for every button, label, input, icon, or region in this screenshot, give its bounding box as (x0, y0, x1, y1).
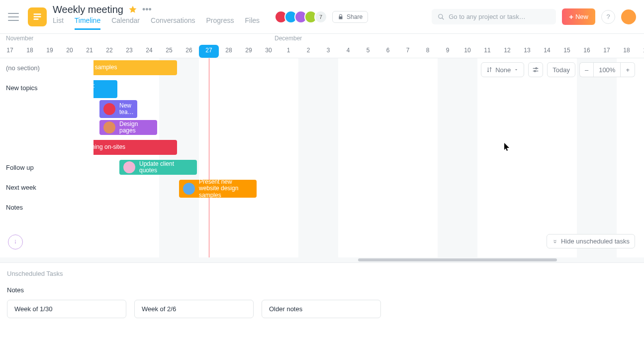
share-button[interactable]: Share (332, 11, 368, 23)
note-card[interactable]: Week of 2/6 (134, 300, 254, 318)
tab-timeline[interactable]: Timeline (75, 16, 100, 30)
notes-section-title: Notes (7, 286, 637, 294)
section-label[interactable]: Follow up (0, 158, 93, 178)
date-cell[interactable]: 22 (99, 45, 119, 58)
sort-button[interactable]: None (481, 62, 524, 77)
assignee-avatar (103, 121, 115, 133)
date-cell[interactable]: 5 (358, 45, 378, 58)
date-cell[interactable]: 10 (458, 45, 477, 58)
zoom-in-button[interactable]: + (621, 62, 635, 77)
date-cell[interactable]: 23 (119, 45, 139, 58)
date-cell[interactable]: 25 (159, 45, 179, 58)
share-label: Share (347, 13, 363, 20)
help-button[interactable]: ? (601, 10, 615, 24)
task-bar[interactable]: Update client quotes (119, 160, 197, 175)
tab-conversations[interactable]: Conversations (151, 16, 195, 30)
scroll-thumb[interactable] (358, 258, 557, 261)
date-cell[interactable]: 14 (537, 45, 557, 58)
settings-button[interactable] (528, 62, 543, 77)
sort-icon (486, 67, 492, 73)
zoom-level[interactable]: 100% (593, 62, 621, 77)
note-card[interactable]: Week of 1/30 (7, 300, 126, 318)
date-cell[interactable]: 18 (617, 45, 637, 58)
list-icon (32, 12, 42, 22)
tab-progress[interactable]: Progress (206, 16, 234, 30)
svg-point-7 (15, 240, 16, 241)
task-bar[interactable]: Planning on-sites (93, 140, 177, 155)
date-cell[interactable]: 8 (418, 45, 438, 58)
date-cell[interactable]: 7 (398, 45, 418, 58)
sliders-icon (532, 66, 540, 74)
date-cell[interactable]: 11 (477, 45, 497, 58)
date-cell[interactable]: 21 (80, 45, 99, 58)
date-cell[interactable]: 19 (637, 45, 644, 58)
tab-calendar[interactable]: Calendar (111, 16, 140, 30)
today-button[interactable]: Today (547, 62, 575, 77)
task-bar[interactable]: Design pages (99, 120, 157, 135)
section-label[interactable]: Next week (0, 178, 93, 198)
task-label: Review new website design samples (93, 64, 117, 71)
section-list: (no section)New topicsFollow upNext week… (0, 58, 93, 257)
zoom-out-button[interactable]: – (579, 62, 593, 77)
month-label: November (0, 35, 269, 45)
date-cell[interactable]: 19 (40, 45, 60, 58)
tab-files[interactable]: Files (245, 16, 260, 30)
hamburger-menu[interactable] (8, 13, 19, 21)
task-bar[interactable]: Customer deep dive: Spongle (93, 80, 117, 98)
search-placeholder: Go to any project or task… (449, 13, 526, 20)
section-label[interactable]: New topics (0, 78, 93, 158)
date-cell[interactable]: 17 (0, 45, 20, 58)
collaborators: 7 Share (277, 10, 368, 23)
star-icon[interactable] (128, 5, 137, 14)
date-cell[interactable]: 28 (219, 45, 239, 58)
date-cell[interactable]: 16 (577, 45, 597, 58)
date-cell[interactable]: 13 (517, 45, 537, 58)
timeline-grid[interactable]: Review new website design samplesCustome… (93, 58, 644, 257)
more-icon[interactable]: ••• (142, 7, 152, 12)
date-header: 1718192021222324252627282930123456789101… (0, 45, 644, 58)
horizontal-scrollbar[interactable] (0, 257, 644, 262)
date-cell[interactable]: 15 (557, 45, 577, 58)
date-cell[interactable]: 26 (179, 45, 199, 58)
task-label: Design pages (119, 121, 153, 134)
date-cell[interactable]: 1 (278, 45, 298, 58)
date-cell[interactable]: 9 (438, 45, 458, 58)
svg-point-5 (536, 68, 537, 69)
note-card[interactable]: Older notes (262, 300, 381, 318)
date-cell[interactable]: 20 (60, 45, 80, 58)
date-cell[interactable]: 17 (597, 45, 617, 58)
date-cell[interactable]: 24 (139, 45, 159, 58)
month-label: December (269, 35, 637, 45)
date-cell[interactable]: 18 (20, 45, 40, 58)
assignee-avatar (183, 183, 195, 195)
section-label[interactable]: Notes (0, 198, 93, 218)
new-button[interactable]: + New (562, 8, 595, 25)
hide-unscheduled-button[interactable]: Hide unscheduled tasks (547, 234, 635, 248)
timeline-controls: None Today – 100% + (481, 62, 635, 77)
svg-line-4 (442, 17, 444, 19)
zoom-controls: – 100% + (579, 62, 635, 77)
svg-rect-0 (34, 13, 41, 15)
info-button[interactable] (8, 235, 23, 249)
date-cell[interactable]: 4 (338, 45, 358, 58)
task-label: Update client quotes (139, 161, 193, 174)
date-cell[interactable]: 2 (298, 45, 318, 58)
date-cell[interactable]: 27 (199, 45, 219, 58)
section-label[interactable]: (no section) (0, 58, 93, 78)
task-bar[interactable]: New tea… (99, 100, 137, 118)
project-icon[interactable] (28, 7, 47, 26)
search-input[interactable]: Go to any project or task… (432, 9, 556, 24)
user-avatar[interactable] (621, 9, 636, 24)
task-bar[interactable]: Review new website design samples (93, 60, 177, 75)
date-cell[interactable]: 12 (497, 45, 517, 58)
tab-list[interactable]: List (53, 16, 64, 30)
date-cell[interactable]: 3 (318, 45, 338, 58)
date-cell[interactable]: 30 (259, 45, 278, 58)
member-overflow[interactable]: 7 (314, 10, 327, 23)
task-label: New tea… (119, 103, 134, 116)
svg-rect-8 (15, 241, 15, 244)
date-cell[interactable]: 29 (239, 45, 259, 58)
project-title[interactable]: Weekly meeting (53, 4, 123, 15)
task-bar[interactable]: Present new website design samples (179, 180, 257, 198)
date-cell[interactable]: 6 (378, 45, 398, 58)
